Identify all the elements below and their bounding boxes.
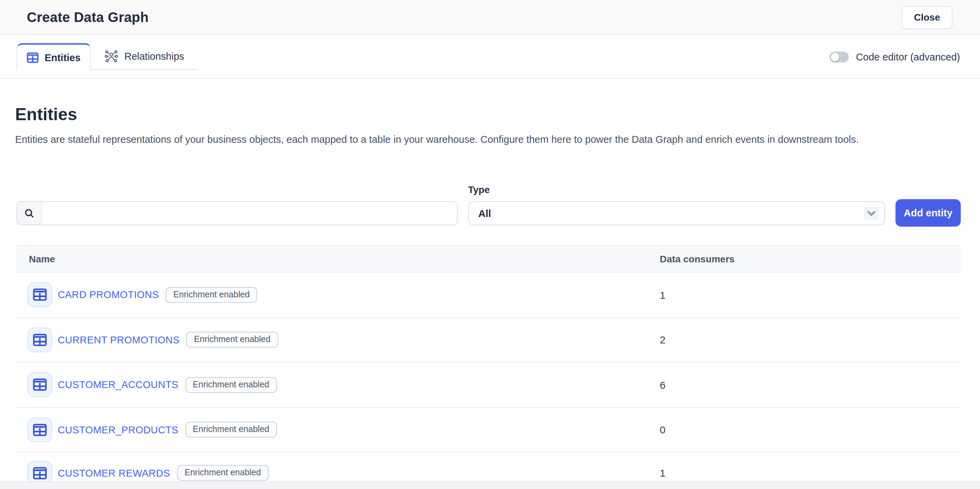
- create-data-graph-page: Create Data Graph Close Entities: [0, 0, 980, 489]
- entity-name-link[interactable]: CUSTOMER_ACCOUNTS: [58, 379, 178, 391]
- enrichment-badge: Enrichment enabled: [185, 377, 277, 393]
- page-title: Create Data Graph: [27, 9, 149, 25]
- toggle-knob: [831, 53, 840, 61]
- entity-table-icon: [27, 283, 52, 307]
- type-filter-group: Type All: [468, 184, 885, 225]
- type-filter-label: Type: [468, 184, 885, 195]
- code-editor-toggle-row: Code editor (advanced): [830, 35, 960, 79]
- tab-bar: Entities: [0, 35, 980, 79]
- tab-entities-label: Entities: [45, 52, 81, 63]
- entity-name-cell: CUSTOMER_PRODUCTS Enrichment enabled: [16, 418, 660, 442]
- search-field: [16, 201, 458, 225]
- column-header-name: Name: [16, 253, 660, 264]
- table-header: Name Data consumers: [16, 245, 961, 273]
- search-input[interactable]: [42, 202, 457, 225]
- type-select[interactable]: All: [468, 201, 885, 225]
- entities-table: Name Data consumers CARD PROMOTIONS Enri…: [16, 245, 961, 489]
- entities-table-body: CARD PROMOTIONS Enrichment enabled 1 CUR…: [16, 273, 961, 489]
- entity-name-link[interactable]: CUSTOMER REWARDS: [58, 467, 170, 478]
- table-row: CURRENT PROMOTIONS Enrichment enabled 2: [16, 318, 961, 363]
- table-row: CUSTOMER_ACCOUNTS Enrichment enabled 6: [16, 363, 961, 408]
- entity-table-icon: [27, 328, 52, 352]
- chevron-down-icon: [864, 207, 879, 220]
- enrichment-badge: Enrichment enabled: [186, 332, 278, 348]
- close-button[interactable]: Close: [902, 6, 953, 29]
- data-consumers-value: 2: [660, 334, 666, 346]
- entities-panel: Entities Entities are stateful represent…: [0, 105, 980, 489]
- entities-description: Entities are stateful representations of…: [15, 134, 961, 145]
- add-entity-button[interactable]: Add entity: [896, 199, 961, 227]
- enrichment-badge: Enrichment enabled: [165, 287, 257, 303]
- entity-name-cell: CURRENT PROMOTIONS Enrichment enabled: [16, 328, 660, 352]
- data-consumers-value: 6: [660, 379, 666, 391]
- tabs: Entities: [16, 43, 198, 70]
- column-header-data-consumers: Data consumers: [660, 253, 735, 264]
- data-consumers-value: 1: [660, 467, 666, 479]
- tab-relationships-label: Relationships: [124, 51, 184, 62]
- data-consumers-value: 1: [660, 289, 666, 301]
- table-row: CUSTOMER_PRODUCTS Enrichment enabled 0: [16, 408, 961, 452]
- network-icon: [105, 49, 118, 63]
- table-row: CARD PROMOTIONS Enrichment enabled 1: [16, 273, 961, 318]
- code-editor-toggle[interactable]: [830, 51, 849, 62]
- entity-name-cell: CUSTOMER_ACCOUNTS Enrichment enabled: [16, 373, 660, 397]
- entity-name-link[interactable]: CUSTOMER_PRODUCTS: [58, 424, 178, 435]
- entity-name-cell: CARD PROMOTIONS Enrichment enabled: [16, 283, 660, 307]
- filter-row: Type All Add entity: [16, 184, 961, 225]
- bottom-divider: [0, 481, 980, 489]
- top-header: Create Data Graph Close: [0, 0, 980, 35]
- data-consumers-value: 0: [660, 424, 666, 436]
- entity-table-icon: [27, 373, 52, 397]
- entity-name-link[interactable]: CARD PROMOTIONS: [58, 289, 159, 300]
- search-icon: [17, 202, 42, 225]
- entities-heading: Entities: [15, 105, 961, 124]
- enrichment-badge: Enrichment enabled: [185, 422, 277, 438]
- enrichment-badge: Enrichment enabled: [177, 465, 268, 481]
- tab-entities[interactable]: Entities: [16, 43, 91, 70]
- type-select-value: All: [478, 208, 864, 219]
- entity-name-link[interactable]: CURRENT PROMOTIONS: [58, 335, 180, 346]
- tab-relationships[interactable]: Relationships: [91, 43, 198, 70]
- table-icon: [27, 52, 38, 63]
- code-editor-toggle-label: Code editor (advanced): [856, 51, 960, 62]
- entity-table-icon: [27, 418, 52, 442]
